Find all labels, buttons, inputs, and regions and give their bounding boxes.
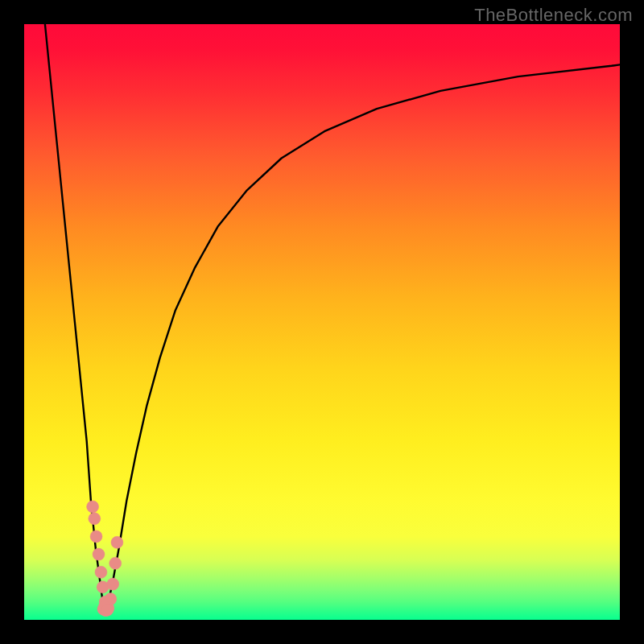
marker-dot bbox=[95, 566, 107, 578]
marker-dot bbox=[90, 530, 102, 543]
curve-right-branch bbox=[106, 64, 620, 611]
marker-dot bbox=[87, 501, 99, 513]
marker-dot bbox=[107, 578, 119, 590]
marker-dot bbox=[111, 536, 123, 548]
plot-area bbox=[24, 24, 620, 620]
marker-dot bbox=[109, 557, 122, 569]
marker-dot bbox=[93, 548, 105, 560]
chart-frame: TheBottleneck.com bbox=[0, 0, 644, 644]
marker-dot bbox=[101, 604, 114, 616]
curve-layer bbox=[24, 24, 620, 620]
marker-group bbox=[87, 501, 123, 617]
watermark-text: TheBottleneck.com bbox=[474, 5, 633, 26]
marker-dot bbox=[89, 513, 101, 525]
